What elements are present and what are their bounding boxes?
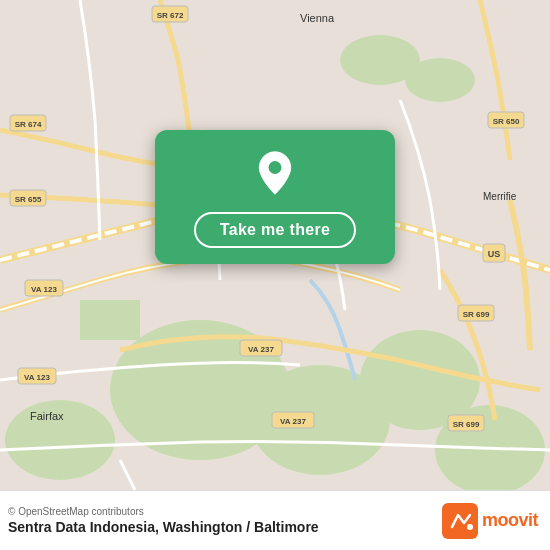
moovit-icon (442, 503, 478, 539)
location-name: Sentra Data Indonesia, Washington / Balt… (8, 519, 319, 535)
svg-text:Vienna: Vienna (300, 12, 335, 24)
moovit-text: moovit (482, 510, 538, 531)
location-pin-icon (251, 150, 299, 198)
svg-text:SR 650: SR 650 (493, 117, 520, 126)
svg-text:SR 674: SR 674 (15, 120, 42, 129)
bottom-bar: © OpenStreetMap contributors Sentra Data… (0, 490, 550, 550)
svg-point-8 (405, 58, 475, 102)
svg-text:VA 237: VA 237 (248, 345, 274, 354)
svg-point-38 (467, 524, 473, 530)
bottom-left-info: © OpenStreetMap contributors Sentra Data… (8, 506, 319, 535)
svg-text:SR 655: SR 655 (15, 195, 42, 204)
svg-text:VA 237: VA 237 (280, 417, 306, 426)
svg-point-36 (269, 161, 282, 174)
osm-credit: © OpenStreetMap contributors (8, 506, 319, 517)
svg-text:Merrifie: Merrifie (483, 191, 517, 202)
svg-rect-4 (80, 300, 140, 340)
svg-text:VA 123: VA 123 (31, 285, 57, 294)
svg-rect-37 (442, 503, 478, 539)
svg-text:SR 699: SR 699 (453, 420, 480, 429)
svg-text:SR 699: SR 699 (463, 310, 490, 319)
take-me-there-button[interactable]: Take me there (194, 212, 356, 248)
svg-text:US: US (488, 249, 501, 259)
svg-text:Fairfax: Fairfax (30, 410, 64, 422)
popup-card: Take me there (155, 130, 395, 264)
map-container: Vienna Merrifie Fairfax SR 672 SR 674 SR… (0, 0, 550, 490)
svg-text:VA 123: VA 123 (24, 373, 50, 382)
moovit-logo: moovit (442, 503, 538, 539)
svg-text:SR 672: SR 672 (157, 11, 184, 20)
